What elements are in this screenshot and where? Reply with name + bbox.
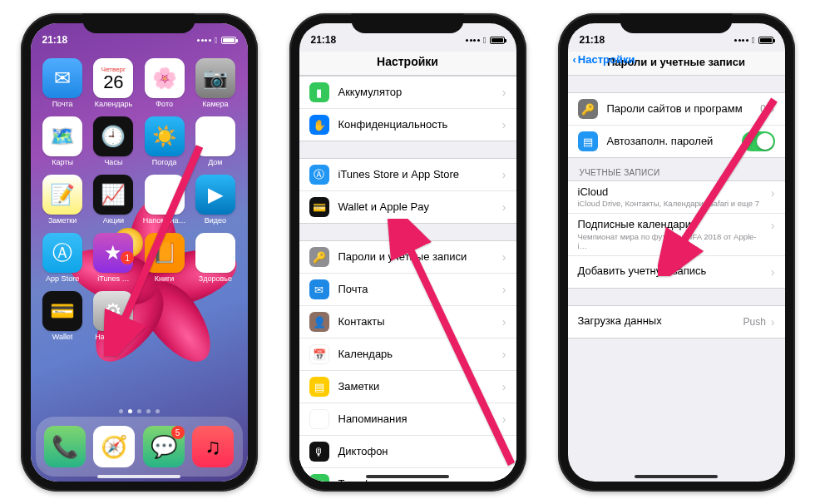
page-dots <box>31 409 248 413</box>
home-indicator[interactable] <box>635 475 718 478</box>
dock: 📞 🧭 💬 5 ♫ <box>36 417 243 477</box>
dock-safari[interactable]: 🧭 <box>93 426 135 467</box>
accounts-screen: 21:18 􀙇 ‹Настройки Пароли и учетные запи… <box>568 23 785 482</box>
messages-badge: 5 <box>171 426 185 439</box>
wallet-icon: 💳 <box>309 197 329 217</box>
notes-icon: ▤ <box>309 377 329 397</box>
svg-line-2 <box>673 100 774 258</box>
phone-settings: 21:18 􀙇 Настройки ▮Аккумулятор› ✋Конфиде… <box>289 13 526 492</box>
key-icon: 🔑 <box>309 247 329 267</box>
appstore-icon: Ⓐ <box>42 233 82 273</box>
app-photos[interactable]: 🌸Фото <box>141 58 188 108</box>
home-indicator[interactable] <box>97 475 180 478</box>
annotation-arrow <box>658 93 785 279</box>
phone-accounts: 21:18 􀙇 ‹Настройки Пароли и учетные запи… <box>558 13 795 492</box>
status-icons: 􀙇 <box>197 36 235 45</box>
annotation-arrow <box>387 219 516 480</box>
dock-phone[interactable]: 📞 <box>44 426 86 467</box>
calendar-icon: 📅 <box>309 344 329 364</box>
maps-icon: 🗺️ <box>42 116 82 156</box>
calendar-icon: Четверг26 <box>93 58 133 98</box>
phone-home: 21:18 􀙇 ✉︎Почта Четверг26Календарь 🌸Фото… <box>21 13 258 492</box>
page-title: ‹Настройки Пароли и учетные записи <box>568 52 785 76</box>
notch <box>352 13 464 33</box>
row-itunes-store[interactable]: ⒶiTunes Store и App Store› <box>299 159 516 191</box>
notes-icon: 📝 <box>42 175 82 215</box>
contacts-icon: 👤 <box>309 312 329 332</box>
wallet-icon: 💳 <box>42 291 82 331</box>
autofill-icon: ▤ <box>578 131 598 151</box>
notch <box>620 13 733 33</box>
status-time: 21:18 <box>580 34 605 46</box>
mail-icon: ✉︎ <box>309 279 329 299</box>
chevron-right-icon: › <box>502 86 506 99</box>
chevron-left-icon: ‹ <box>573 53 576 66</box>
home-indicator[interactable] <box>366 475 449 478</box>
svg-line-1 <box>402 231 511 464</box>
photos-icon: 🌸 <box>145 58 185 98</box>
battery-icon: ▮ <box>309 82 329 102</box>
chevron-right-icon: › <box>502 200 506 214</box>
status-time: 21:18 <box>311 34 337 46</box>
settings-screen: 21:18 􀙇 Настройки ▮Аккумулятор› ✋Конфиде… <box>299 23 516 482</box>
fetch-value: Push <box>743 316 765 328</box>
notch <box>83 13 195 33</box>
appstore-icon: Ⓐ <box>309 165 329 185</box>
status-time: 21:18 <box>42 34 68 46</box>
app-maps[interactable]: 🗺️Карты <box>39 116 86 166</box>
reminders-icon: ☑︎ <box>309 409 329 429</box>
svg-line-0 <box>116 146 200 338</box>
mail-icon: ✉︎ <box>42 58 82 98</box>
phone-icon: 📞 <box>309 474 329 482</box>
back-button[interactable]: ‹Настройки <box>573 53 635 66</box>
home-screen: 21:18 􀙇 ✉︎Почта Четверг26Календарь 🌸Фото… <box>31 23 248 482</box>
dock-music[interactable]: ♫ <box>192 426 234 467</box>
chevron-right-icon: › <box>502 118 506 131</box>
app-mail[interactable]: ✉︎Почта <box>39 58 86 108</box>
app-camera[interactable]: 📷Камера <box>191 58 239 108</box>
key-icon: 🔑 <box>578 99 598 119</box>
chevron-right-icon: › <box>502 168 506 181</box>
privacy-icon: ✋ <box>309 115 329 135</box>
chevron-right-icon: › <box>771 315 775 329</box>
wallpaper: 21:18 􀙇 ✉︎Почта Четверг26Календарь 🌸Фото… <box>31 23 248 482</box>
camera-icon: 📷 <box>195 58 235 98</box>
app-appstore[interactable]: ⒶApp Store <box>39 233 86 283</box>
dictaphone-icon: 🎙 <box>309 442 329 462</box>
app-notes[interactable]: 📝Заметки <box>39 175 86 225</box>
app-calendar[interactable]: Четверг26Календарь <box>90 58 137 108</box>
app-wallet[interactable]: 💳Wallet <box>39 291 86 341</box>
row-battery[interactable]: ▮Аккумулятор› <box>299 77 516 109</box>
row-fetch[interactable]: Загрузка данных Push› <box>568 306 785 338</box>
page-title: Настройки <box>299 52 516 76</box>
row-privacy[interactable]: ✋Конфиденциальность› <box>299 109 516 141</box>
annotation-arrow <box>104 140 220 359</box>
